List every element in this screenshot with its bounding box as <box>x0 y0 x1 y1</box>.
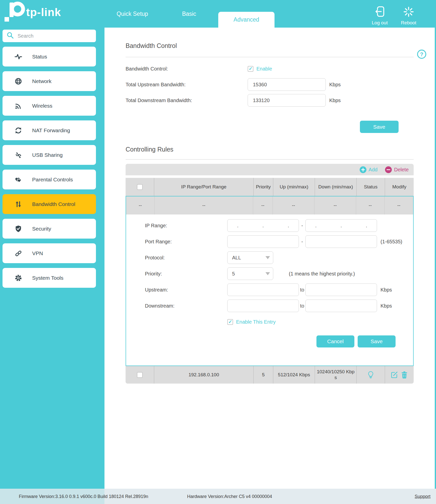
column-header-modify: Modify <box>385 178 414 196</box>
sidebar-item-wireless[interactable]: Wireless <box>3 96 96 116</box>
priority-hint: (1 means the highest priority.) <box>289 271 355 277</box>
upstream-bandwidth-row: Total Upstream Bandwidth: 15360 Kbps <box>126 78 414 91</box>
range-dash: - <box>299 239 305 245</box>
sidebar-item-bandwidth-control[interactable]: Bandwidth Control <box>3 194 96 214</box>
logout-icon <box>374 6 385 19</box>
downstream-bandwidth-input[interactable]: 133120 <box>248 94 326 107</box>
placeholder-cell: -- <box>273 196 314 214</box>
rule-modify-cell <box>385 366 414 384</box>
enable-entry-checkbox[interactable] <box>227 319 233 325</box>
ip-range-end-input[interactable]: . . . <box>305 219 377 232</box>
sidebar-item-vpn[interactable]: VPN <box>3 243 96 263</box>
sidebar-item-network[interactable]: Network <box>3 71 96 91</box>
scrollbar[interactable] <box>435 28 436 489</box>
tab-advanced[interactable]: Advanced <box>218 12 275 28</box>
gear-icon <box>14 274 23 282</box>
sidebar-item-label: Status <box>32 54 47 60</box>
sidebar-item-label: NAT Forwarding <box>32 127 70 133</box>
rules-section-title: Controlling Rules <box>126 146 173 153</box>
sidebar-search[interactable] <box>3 30 96 42</box>
column-header-priority: Priority <box>254 178 273 196</box>
sidebar-item-usb-sharing[interactable]: USB Sharing <box>3 145 96 165</box>
downstream-unit: Kbps <box>380 303 392 309</box>
enable-entry-row: Enable This Entry <box>145 315 413 329</box>
chain-link-icon <box>14 249 23 258</box>
refresh-icon <box>14 126 23 135</box>
protocol-select[interactable]: ALL <box>227 251 273 264</box>
brand-logo: tp-link <box>3 1 61 26</box>
priority-label: Priority: <box>145 271 227 277</box>
sidebar-item-label: Bandwidth Control <box>32 201 75 207</box>
bandwidth-enable-label: Bandwidth Control: <box>126 66 248 72</box>
bandwidth-save-button[interactable]: Save <box>360 121 399 133</box>
edit-icon[interactable] <box>391 371 398 379</box>
placeholder-cell: -- <box>155 196 253 214</box>
ip-dot: . <box>262 223 264 229</box>
range-dash: - <box>299 223 305 229</box>
search-input[interactable] <box>17 33 92 39</box>
port-range-end-input[interactable] <box>305 235 377 248</box>
delete-rule-button[interactable]: Delete <box>385 166 409 173</box>
router-admin-page: tp-link Quick Setup Basic Advanced Log o… <box>0 0 436 504</box>
tp-link-emblem-icon <box>3 1 25 26</box>
ip-dot: . <box>288 223 289 229</box>
trash-icon[interactable] <box>401 371 408 379</box>
ip-range-start-input[interactable]: . . . <box>227 219 299 232</box>
plus-icon <box>360 166 366 173</box>
reboot-button[interactable]: Reboot <box>395 6 422 26</box>
hearts-icon <box>14 175 23 184</box>
arrows-up-down-icon <box>14 200 23 208</box>
select-all-checkbox[interactable] <box>137 184 143 190</box>
upstream-bandwidth-input[interactable]: 15360 <box>248 78 326 91</box>
to-label: to <box>299 287 305 293</box>
search-icon <box>7 32 14 40</box>
cancel-button[interactable]: Cancel <box>316 335 354 347</box>
port-range-start-input[interactable] <box>227 235 299 248</box>
downstream-max-input[interactable] <box>305 300 377 312</box>
column-header-down: Down (min/max) <box>315 178 357 196</box>
sidebar-item-status[interactable]: Status <box>3 47 96 66</box>
shield-check-icon <box>14 225 23 233</box>
help-icon[interactable]: ? <box>417 49 427 59</box>
upstream-unit: Kbps <box>380 287 392 293</box>
priority-row: Priority: 5 (1 means the highest priorit… <box>145 266 413 282</box>
lightbulb-status-icon[interactable] <box>367 371 374 379</box>
downstream-unit-label: Kbps <box>329 98 341 103</box>
rule-checkbox[interactable] <box>137 372 143 378</box>
sidebar-item-label: Security <box>32 226 51 232</box>
downstream-min-input[interactable] <box>227 300 299 312</box>
upstream-bandwidth-label: Total Upstream Bandwidth: <box>126 82 248 88</box>
rules-toolbar: Add Delete <box>126 164 414 175</box>
ip-range-label: IP Range: <box>145 223 227 229</box>
upstream-max-input[interactable] <box>305 283 377 296</box>
brand-name: tp-link <box>26 6 61 19</box>
rule-status-cell <box>357 366 385 384</box>
upstream-min-input[interactable] <box>227 283 299 296</box>
edit-form-buttons: Cancel Save <box>145 335 413 347</box>
table-header-row: IP Range/Port Range Priority Up (min/max… <box>126 178 414 196</box>
footer: Firmware Version:3.16.0 0.9.1 v600c.0 Bu… <box>0 489 436 504</box>
sidebar-item-nat-forwarding[interactable]: NAT Forwarding <box>3 120 96 140</box>
priority-select[interactable]: 5 <box>227 267 273 280</box>
tab-basic[interactable]: Basic <box>170 0 208 28</box>
support-link[interactable]: Support <box>415 494 430 499</box>
bandwidth-enable-checkbox[interactable] <box>248 66 253 72</box>
sidebar-item-system-tools[interactable]: System Tools <box>3 268 96 288</box>
rule-row: 192.168.0.100 5 512/1024 Kbps 10240/1025… <box>126 366 414 384</box>
sidebar-item-security[interactable]: Security <box>3 219 96 239</box>
svg-text:?: ? <box>420 51 423 57</box>
downstream-bandwidth-row: Total Downstream Bandwidth: 133120 Kbps <box>126 94 414 107</box>
port-range-hint: (1-65535) <box>380 239 402 245</box>
tab-quick-setup[interactable]: Quick Setup <box>107 0 157 28</box>
rule-save-button[interactable]: Save <box>358 335 396 347</box>
sidebar-item-label: VPN <box>32 250 43 256</box>
activity-icon <box>14 52 23 61</box>
sidebar-item-label: Parental Controls <box>32 177 73 183</box>
sidebar-item-parental-controls[interactable]: Parental Controls <box>3 170 96 189</box>
add-rule-button[interactable]: Add <box>360 166 378 173</box>
logout-button[interactable]: Log out <box>366 6 394 26</box>
ip-dot: . <box>237 223 239 229</box>
new-rule-placeholder-row: -- -- -- -- -- -- -- <box>126 196 413 214</box>
rule-up-cell: 512/1024 Kbps <box>273 366 315 384</box>
bandwidth-section-title: Bandwidth Control <box>126 42 177 49</box>
